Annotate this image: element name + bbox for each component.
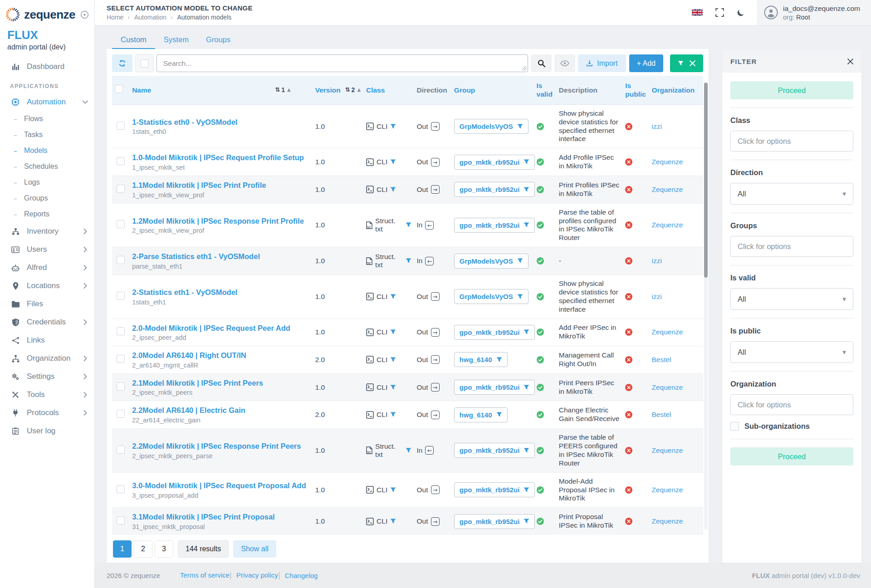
add-button[interactable]: + Add	[629, 54, 663, 72]
sidebar-item-models[interactable]: –Models	[0, 143, 94, 159]
fullscreen-icon[interactable]	[709, 8, 730, 17]
group-filter-funnel-icon[interactable]	[496, 412, 502, 417]
column-header-organization[interactable]: Organization	[649, 76, 703, 104]
sort-control[interactable]: ⇅1▲	[275, 86, 290, 94]
model-name-link[interactable]: 3.0-Model Mikrotik | IPSec Request Propo…	[132, 481, 306, 490]
class-filter-funnel-icon[interactable]	[390, 187, 396, 192]
organization-link[interactable]: Zequenze	[651, 186, 683, 193]
model-name-link[interactable]: 2-Parse Statistics eth1 - VyOSModel	[132, 252, 260, 260]
group-pill[interactable]: hwg_6140	[454, 407, 508, 422]
row-checkbox[interactable]	[117, 382, 125, 391]
organization-link[interactable]: Zequenze	[651, 383, 683, 391]
row-checkbox[interactable]	[117, 485, 125, 493]
sidebar-item-flows[interactable]: –Flows	[0, 111, 94, 127]
row-checkbox[interactable]	[117, 185, 125, 193]
model-name-link[interactable]: 2.1Model Mikrotik | IPSec Print Peers	[132, 379, 263, 387]
group-filter-funnel-icon[interactable]	[517, 124, 523, 129]
column-header-group[interactable]: Group	[451, 76, 534, 104]
filter-options-input[interactable]	[730, 131, 853, 152]
row-checkbox[interactable]	[117, 516, 125, 524]
row-checkbox[interactable]	[117, 292, 125, 300]
page-2-button[interactable]: 2	[134, 540, 152, 558]
resize-grip-icon[interactable]	[522, 66, 527, 71]
column-header-is-public[interactable]: Is public	[622, 76, 649, 104]
class-filter-funnel-icon[interactable]	[406, 448, 411, 453]
column-header-class[interactable]: Class	[363, 76, 414, 104]
select-all-rows-checkbox[interactable]	[115, 85, 123, 93]
sidebar-item-users[interactable]: Users	[0, 240, 94, 259]
class-filter-funnel-icon[interactable]	[390, 329, 396, 335]
row-checkbox[interactable]	[117, 355, 125, 363]
row-checkbox[interactable]	[117, 256, 125, 264]
row-checkbox[interactable]	[117, 157, 125, 165]
tab-custom[interactable]: Custom	[112, 32, 155, 49]
group-pill[interactable]: gpo_mktk_rb952ui	[454, 155, 535, 170]
sidebar-item-organization[interactable]: Organization	[0, 349, 94, 368]
refresh-button[interactable]	[112, 54, 132, 72]
footer-link[interactable]: Changelog	[285, 572, 318, 579]
class-filter-funnel-icon[interactable]	[390, 519, 396, 524]
sub-organizations-checkbox[interactable]: Sub-organizations	[730, 422, 853, 431]
language-flag-uk-icon[interactable]	[685, 9, 709, 16]
group-filter-funnel-icon[interactable]	[524, 385, 529, 390]
tab-system[interactable]: System	[155, 32, 197, 49]
sidebar-item-groups[interactable]: –Groups	[0, 191, 94, 206]
organization-link[interactable]: Zequenze	[651, 328, 683, 336]
sidebar-item-reports[interactable]: –Reports	[0, 206, 94, 222]
class-filter-funnel-icon[interactable]	[406, 258, 411, 264]
table-scrollbar[interactable]	[704, 83, 708, 529]
class-filter-funnel-icon[interactable]	[390, 412, 396, 417]
model-name-link[interactable]: 1-Statistics eth0 - VyOSModel	[132, 118, 237, 126]
group-pill[interactable]: gpo_mktk_rb952ui	[454, 325, 535, 340]
filter-select[interactable]: All▼	[730, 183, 853, 205]
organization-link[interactable]: izzi	[651, 293, 661, 300]
organization-link[interactable]: Zequenze	[651, 221, 683, 229]
model-name-link[interactable]: 2.0Model AR6140 | Right OUT/IN	[132, 351, 246, 359]
group-filter-funnel-icon[interactable]	[524, 448, 529, 453]
search-button[interactable]	[531, 54, 552, 72]
group-pill[interactable]: gpo_mktk_rb952ui	[454, 443, 535, 458]
organization-link[interactable]: Zequenze	[651, 446, 683, 454]
group-filter-funnel-icon[interactable]	[517, 258, 523, 264]
model-name-link[interactable]: 1.0-Model Mikrotik | IPSec Request Profi…	[132, 153, 304, 162]
tab-groups[interactable]: Groups	[197, 32, 239, 49]
group-pill[interactable]: gpo_mktk_rb952ui	[454, 218, 535, 233]
class-filter-funnel-icon[interactable]	[390, 124, 396, 129]
class-filter-funnel-icon[interactable]	[406, 222, 411, 228]
sidebar-item-schedules[interactable]: –Schedules	[0, 159, 94, 175]
proceed-button-top[interactable]: Proceed	[730, 81, 853, 99]
sidebar-item-links[interactable]: Links	[0, 331, 94, 349]
sidebar-item-files[interactable]: Files	[0, 295, 94, 313]
organization-link[interactable]: Bestel	[651, 356, 671, 363]
group-pill[interactable]: gpo_mktk_rb952ui	[454, 482, 535, 497]
model-name-link[interactable]: 1.1Model Mikrotik | IPSec Print Profile	[132, 181, 266, 189]
model-name-link[interactable]: 2.0-Model Mikrotik | IPSec Request Peer …	[132, 324, 290, 332]
organization-link[interactable]: Zequenze	[651, 158, 683, 166]
model-name-link[interactable]: 2-Statistics eth1 - VyOSModel	[132, 288, 237, 296]
model-name-link[interactable]: 1.2Model Mikrotik | IPSec Response Print…	[132, 217, 304, 225]
class-filter-funnel-icon[interactable]	[390, 294, 396, 299]
preview-button[interactable]	[554, 54, 575, 72]
sidebar-item-locations[interactable]: Locations	[0, 277, 94, 295]
model-name-link[interactable]: 2.2Model Mikrotik | IPSec Response Print…	[132, 442, 301, 450]
row-checkbox[interactable]	[117, 122, 125, 130]
row-checkbox[interactable]	[117, 220, 125, 228]
sidebar-item-tools[interactable]: Tools	[0, 386, 94, 404]
group-filter-funnel-icon[interactable]	[524, 519, 529, 524]
class-filter-funnel-icon[interactable]	[390, 487, 396, 493]
scrollbar-thumb[interactable]	[704, 83, 708, 278]
organization-link[interactable]: Zequenze	[651, 517, 683, 525]
sidebar-collapse-icon[interactable]	[80, 10, 89, 19]
page-1-button[interactable]: 1	[113, 540, 132, 558]
group-pill[interactable]: hwg_6140	[454, 352, 508, 367]
group-filter-funnel-icon[interactable]	[524, 487, 529, 493]
class-filter-funnel-icon[interactable]	[390, 159, 396, 165]
sidebar-item-tasks[interactable]: –Tasks	[0, 127, 94, 143]
group-filter-funnel-icon[interactable]	[517, 294, 523, 299]
row-checkbox[interactable]	[117, 410, 125, 418]
sidebar-item-alfred[interactable]: Alfred	[0, 259, 94, 277]
group-filter-funnel-icon[interactable]	[524, 222, 529, 228]
sidebar-item-settings[interactable]: Settings	[0, 368, 94, 386]
filter-options-input[interactable]	[730, 236, 853, 257]
group-filter-funnel-icon[interactable]	[524, 187, 529, 192]
